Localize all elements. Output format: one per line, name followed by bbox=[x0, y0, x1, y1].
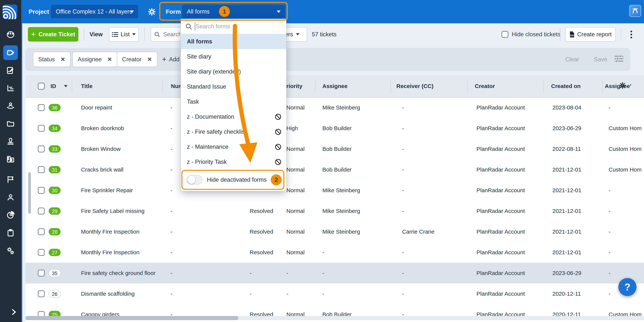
ticket-title[interactable]: Broken Window bbox=[81, 146, 120, 152]
column-header-id[interactable]: ID bbox=[50, 83, 56, 89]
more-options-kebab-icon[interactable] bbox=[630, 29, 632, 40]
flag-icon[interactable] bbox=[6, 175, 15, 184]
ticket-id-badge[interactable]: 35 bbox=[48, 269, 61, 277]
help-button[interactable]: ? bbox=[618, 278, 636, 296]
view-mode-select[interactable]: List bbox=[109, 27, 139, 42]
row-checkbox[interactable] bbox=[38, 208, 45, 214]
form-option-z-priority-task[interactable]: z - Priority Task bbox=[181, 155, 286, 169]
planradar-logo[interactable] bbox=[3, 4, 17, 19]
table-row[interactable]: 29 Fire Safety Label missing - Resolved … bbox=[26, 201, 644, 222]
form-option-site-diary-extended[interactable]: Site diary (extended) bbox=[181, 64, 286, 79]
ticket-id-badge[interactable]: 34 bbox=[48, 124, 61, 132]
ticket-title[interactable]: Cracks brick wall bbox=[81, 166, 124, 173]
ticket-id-badge[interactable]: 33 bbox=[48, 145, 61, 153]
project-select[interactable]: Office Complex 12 - All layers bbox=[51, 5, 138, 18]
filter-chip-assignee[interactable]: Assignee ✕ bbox=[72, 52, 118, 67]
table-row[interactable]: 28 Monthly Fire Inspection - Resolved No… bbox=[26, 221, 644, 242]
ticket-id-badge[interactable]: 28 bbox=[48, 228, 61, 236]
ticket-id-badge[interactable]: 26 bbox=[48, 290, 61, 298]
table-row[interactable]: 26 Dismantle scaffolding - - - - - PlanR… bbox=[26, 284, 644, 305]
vertical-scrollbar[interactable] bbox=[28, 172, 31, 214]
sort-caret-icon[interactable] bbox=[64, 85, 68, 87]
row-checkbox[interactable] bbox=[38, 270, 45, 277]
row-checkbox[interactable] bbox=[38, 146, 45, 152]
remove-chip-icon[interactable]: ✕ bbox=[108, 56, 112, 63]
ticket-id-badge[interactable]: 31 bbox=[48, 166, 61, 173]
ticket-title[interactable]: Monthly Fire Inspection bbox=[81, 229, 140, 235]
row-checkbox[interactable] bbox=[38, 249, 45, 256]
row-checkbox[interactable] bbox=[38, 228, 45, 235]
marketplace-app-icon[interactable] bbox=[629, 5, 641, 17]
column-header-assignee[interactable]: Assignee bbox=[322, 83, 348, 89]
ticket-title[interactable]: Fire Safety Label missing bbox=[81, 208, 144, 214]
filter-settings-sliders-icon[interactable] bbox=[614, 55, 623, 63]
hide-closed-label: Hide closed tickets bbox=[512, 27, 560, 42]
column-header-receiver[interactable]: Receiver (CC) bbox=[396, 83, 434, 89]
row-checkbox[interactable] bbox=[38, 187, 45, 194]
row-checkbox[interactable] bbox=[38, 290, 45, 297]
horizontal-scrollbar-track[interactable] bbox=[26, 316, 644, 320]
column-settings-gear-icon[interactable] bbox=[619, 82, 626, 90]
form-option-standard-issue[interactable]: Standard Issue bbox=[181, 79, 286, 94]
table-row[interactable]: 33 Broken Window - Normal Bob Builder - … bbox=[26, 139, 644, 160]
table-row-selected[interactable]: 35 Fire safety check ground floor - - - … bbox=[26, 263, 644, 284]
settings-gears-icon[interactable] bbox=[6, 246, 15, 256]
ticket-title[interactable]: Door repaint bbox=[81, 104, 112, 111]
project-settings-gear-icon[interactable] bbox=[148, 8, 156, 16]
filter-chip-status[interactable]: Status ✕ bbox=[33, 52, 70, 67]
form-option-z-documentation[interactable]: z - Documentation bbox=[181, 109, 286, 124]
create-ticket-button[interactable]: + Create Ticket bbox=[28, 27, 78, 42]
company-icon[interactable] bbox=[6, 155, 15, 164]
table-row[interactable]: 34 Broken doorknob - High Bob Builder - … bbox=[26, 118, 644, 139]
row-checkbox[interactable] bbox=[38, 166, 45, 173]
dashboard-icon[interactable] bbox=[6, 30, 15, 39]
horizontal-scrollbar-thumb[interactable] bbox=[26, 316, 238, 320]
ticket-id-badge[interactable]: 27 bbox=[48, 248, 61, 256]
filter-chip-creator[interactable]: Creator ✕ bbox=[117, 52, 157, 67]
sidebar-expand-icon[interactable] bbox=[9, 307, 18, 317]
column-header-creator[interactable]: Creator bbox=[475, 83, 495, 89]
ticket-title[interactable]: Fire Sprinkler Repair bbox=[81, 187, 133, 193]
row-checkbox[interactable] bbox=[38, 125, 45, 132]
hide-deactivated-toggle[interactable] bbox=[186, 175, 202, 184]
form-option-z-fire-safety-checklist[interactable]: z - Fire safety checklist bbox=[181, 124, 286, 139]
form-option-site-diary[interactable]: Site diary bbox=[181, 49, 286, 64]
table-row[interactable]: 36 Door repaint - Normal Mike Steinberg … bbox=[26, 97, 644, 118]
select-all-checkbox[interactable] bbox=[38, 83, 45, 90]
create-report-button[interactable]: PDF Create report bbox=[565, 27, 616, 42]
ticket-id-badge[interactable]: 36 bbox=[48, 104, 61, 112]
ticket-title[interactable]: Monthly Fire Inspection bbox=[81, 249, 140, 256]
form-select[interactable]: All forms 1 bbox=[182, 5, 285, 18]
approvals-stamp-icon[interactable] bbox=[6, 137, 15, 146]
clear-filters-button[interactable]: Clear bbox=[565, 52, 579, 67]
form-search-row[interactable] bbox=[181, 19, 286, 34]
form-option-task[interactable]: Task bbox=[181, 94, 286, 109]
contacts-icon[interactable] bbox=[6, 193, 15, 202]
plans-icon[interactable] bbox=[6, 66, 15, 75]
reports-pie-icon[interactable] bbox=[6, 210, 15, 220]
documents-icon[interactable] bbox=[6, 119, 15, 128]
locate-person-icon[interactable] bbox=[6, 101, 15, 110]
ticket-title[interactable]: Broken doorknob bbox=[81, 125, 124, 132]
table-row[interactable]: 31 Cracks brick wall - Normal Bob Builde… bbox=[26, 159, 644, 180]
table-row[interactable]: 30 Fire Sprinkler Repair - Normal Mike S… bbox=[26, 180, 644, 201]
ticket-id-badge[interactable]: 30 bbox=[48, 186, 61, 194]
table-row[interactable]: 27 Monthly Fire Inspection - Resolved No… bbox=[26, 242, 644, 263]
ticket-id-badge[interactable]: 29 bbox=[48, 207, 61, 215]
tickets-icon[interactable] bbox=[6, 48, 15, 57]
remove-chip-icon[interactable]: ✕ bbox=[147, 56, 152, 63]
row-checkbox[interactable] bbox=[38, 104, 45, 111]
form-option-z-maintenance[interactable]: z - Maintenance bbox=[181, 139, 286, 155]
statistics-icon[interactable] bbox=[6, 84, 15, 93]
save-filters-button[interactable]: Save bbox=[594, 52, 607, 67]
ticket-title[interactable]: Fire safety check ground floor bbox=[81, 270, 156, 276]
ticket-title[interactable]: Dismantle scaffolding bbox=[81, 291, 135, 297]
hide-closed-checkbox[interactable] bbox=[502, 31, 508, 38]
form-option-all-forms[interactable]: All forms bbox=[181, 34, 286, 49]
column-header-assignee-changed[interactable]: Assignee' bbox=[605, 83, 632, 89]
form-search-input[interactable] bbox=[195, 23, 268, 30]
column-header-title[interactable]: Title bbox=[81, 83, 92, 89]
remove-chip-icon[interactable]: ✕ bbox=[60, 56, 65, 63]
column-header-created-on[interactable]: Created on bbox=[551, 83, 581, 89]
tasks-clipboard-icon[interactable] bbox=[6, 228, 15, 238]
